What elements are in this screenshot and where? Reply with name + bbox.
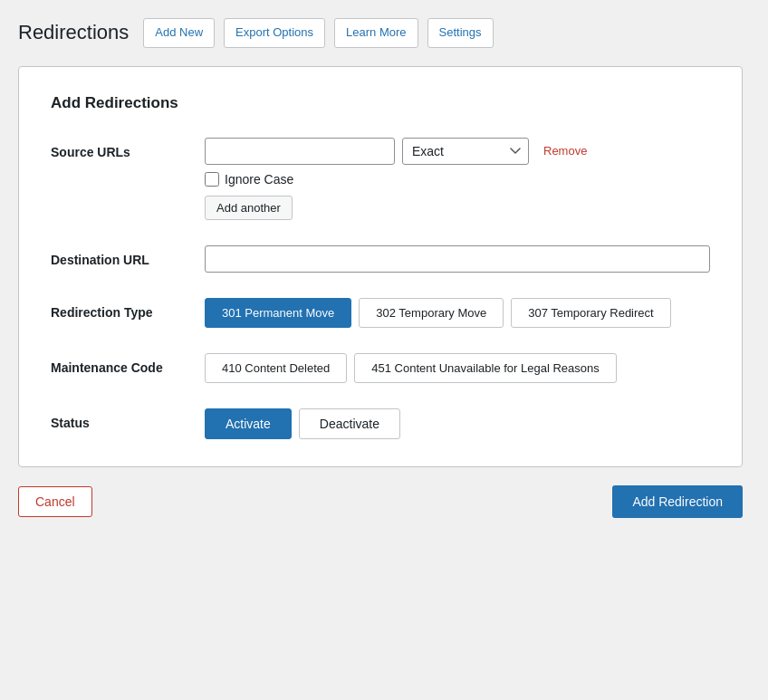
maintenance-code-control: 410 Content Deleted 451 Content Unavaila… [205,353,710,383]
ignore-case-row: Ignore Case [205,172,710,187]
source-urls-control: Exact Contains Starts with Ends with Reg… [205,138,710,220]
source-urls-label: Source URLs [51,138,205,159]
settings-button[interactable]: Settings [427,18,494,48]
maintenance-code-row: Maintenance Code 410 Content Deleted 451… [51,353,710,383]
page-header: Redirections Add New Export Options Lear… [18,18,750,48]
redirection-type-group: 301 Permanent Move 302 Temporary Move 30… [205,298,710,328]
redirection-type-control: 301 Permanent Move 302 Temporary Move 30… [205,298,710,328]
type-btn-302[interactable]: 302 Temporary Move [359,298,504,328]
add-another-button[interactable]: Add another [205,196,293,220]
ignore-case-label[interactable]: Ignore Case [225,172,293,187]
match-type-select[interactable]: Exact Contains Starts with Ends with Reg… [402,138,529,165]
destination-url-control [205,245,710,273]
status-group: Activate Deactivate [205,408,710,439]
code-btn-451[interactable]: 451 Content Unavailable for Legal Reason… [354,353,617,383]
destination-url-input[interactable] [205,245,710,273]
maintenance-code-group: 410 Content Deleted 451 Content Unavaila… [205,353,710,383]
status-label: Status [51,408,205,430]
learn-more-button[interactable]: Learn More [334,18,418,48]
page-title: Redirections [18,21,129,44]
add-redirections-card: Add Redirections Source URLs Exact Conta… [18,66,743,467]
type-btn-301[interactable]: 301 Permanent Move [205,298,351,328]
cancel-button[interactable]: Cancel [18,486,92,517]
source-url-input-row: Exact Contains Starts with Ends with Reg… [205,138,710,165]
destination-url-row: Destination URL [51,245,710,273]
status-control: Activate Deactivate [205,408,710,439]
export-options-button[interactable]: Export Options [224,18,325,48]
status-row: Status Activate Deactivate [51,408,710,439]
destination-url-label: Destination URL [51,245,205,267]
maintenance-code-label: Maintenance Code [51,353,205,375]
source-urls-row: Source URLs Exact Contains Starts with E… [51,138,710,220]
type-btn-307[interactable]: 307 Temporary Redirect [511,298,671,328]
redirection-type-label: Redirection Type [51,298,205,320]
redirection-type-row: Redirection Type 301 Permanent Move 302 … [51,298,710,328]
source-url-input[interactable] [205,138,395,165]
add-redirection-button[interactable]: Add Redirection [612,485,743,518]
deactivate-button[interactable]: Deactivate [299,408,400,439]
code-btn-410[interactable]: 410 Content Deleted [205,353,347,383]
activate-button[interactable]: Activate [205,408,292,439]
remove-link[interactable]: Remove [543,144,587,158]
form-footer: Cancel Add Redirection [18,485,743,518]
card-title: Add Redirections [51,94,710,112]
ignore-case-checkbox[interactable] [205,172,219,187]
add-new-button[interactable]: Add New [143,18,215,48]
